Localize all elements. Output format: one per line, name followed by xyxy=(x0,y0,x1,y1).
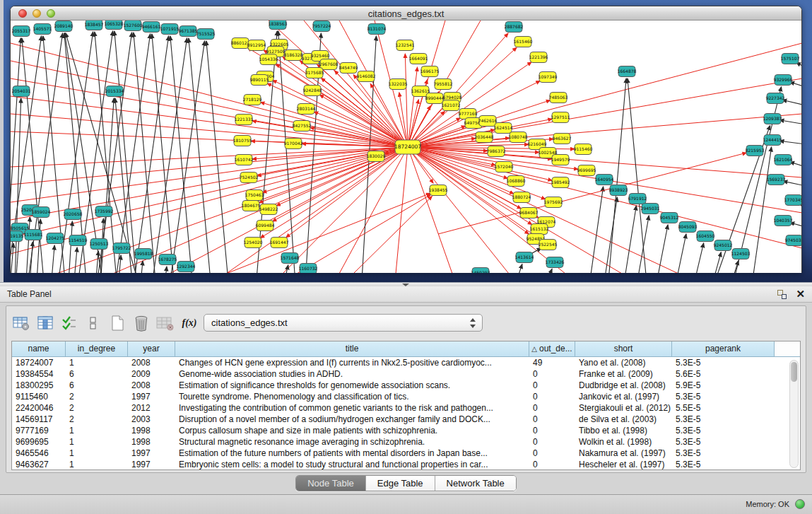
network-node[interactable]: 3175685 xyxy=(305,68,324,78)
network-node[interactable]: 1610742 xyxy=(235,155,254,165)
network-node[interactable]: 1068860 xyxy=(507,176,526,187)
select-all-check-icon[interactable] xyxy=(59,313,80,333)
table-column-select-icon[interactable] xyxy=(35,313,56,333)
network-node[interactable]: 8045093 xyxy=(678,222,698,233)
network-node[interactable]: 9227342 xyxy=(766,93,785,104)
network-node[interactable]: 2718129 xyxy=(243,95,262,105)
network-canvas[interactable]: 2055317140557120891401838457106532815276… xyxy=(11,21,801,273)
network-node[interactable]: 1322035 xyxy=(389,79,408,90)
network-node[interactable]: 1115681 xyxy=(24,230,43,240)
network-node[interactable]: 1405571 xyxy=(33,24,52,35)
network-node[interactable]: 1838457 xyxy=(85,21,104,30)
table-row[interactable]: 911546021997Tourette syndrome. Phenomeno… xyxy=(12,391,800,402)
network-node[interactable]: 1604550 xyxy=(696,231,715,242)
network-node[interactable]: 9684067 xyxy=(519,208,539,218)
network-node[interactable]: 9671385 xyxy=(179,26,198,37)
network-node[interactable]: 9699695 xyxy=(577,165,596,176)
network-window-titlebar[interactable]: citations_edges.txt xyxy=(11,6,801,21)
column-header-in_degree[interactable]: in_degree xyxy=(66,341,128,357)
network-node[interactable]: 7485063 xyxy=(549,93,568,103)
network-node[interactable]: 1678275 xyxy=(158,255,177,265)
network-node[interactable]: 1810755 xyxy=(233,136,252,146)
network-node[interactable]: 1232541 xyxy=(396,40,415,51)
network-node[interactable]: 8427552 xyxy=(293,121,312,132)
network-node[interactable]: 2887682 xyxy=(505,22,524,33)
table-scrollbar[interactable] xyxy=(789,360,799,468)
citation-network-graph[interactable]: 2055317140557120891401838457106532815276… xyxy=(11,21,801,273)
function-builder-icon[interactable]: f(x) xyxy=(179,313,200,333)
network-node[interactable]: 1080748 xyxy=(509,132,528,143)
network-node[interactable]: 2015334 xyxy=(105,86,124,97)
column-header-year[interactable]: year xyxy=(128,341,175,357)
network-hub-node[interactable]: 18724007 xyxy=(394,140,421,154)
network-node[interactable]: 1880724 xyxy=(512,192,531,203)
network-node[interactable]: 1859024 xyxy=(32,207,51,218)
network-node[interactable]: 1040357 xyxy=(774,216,793,226)
network-node[interactable]: 1691447 xyxy=(270,238,289,248)
network-node[interactable]: 2020658 xyxy=(64,209,83,220)
network-node[interactable]: 1160732 xyxy=(299,264,318,274)
network-node[interactable]: 1254020 xyxy=(244,238,263,248)
network-node[interactable]: 1664878 xyxy=(618,66,637,77)
network-node[interactable]: 2054031 xyxy=(12,86,31,97)
network-node[interactable]: 1071915 xyxy=(160,24,180,35)
network-node[interactable]: 1621072 xyxy=(442,100,461,111)
table-row[interactable]: 946362711997Embryonic stem cells: a mode… xyxy=(12,459,800,470)
network-node[interactable]: 9463627 xyxy=(553,134,572,144)
network-node[interactable]: 9242848 xyxy=(303,86,322,96)
network-node[interactable]: 9745038 xyxy=(785,235,801,246)
network-node[interactable]: 9890115 xyxy=(250,75,269,86)
network-node[interactable]: 8186328 xyxy=(284,50,303,61)
network-node[interactable]: 9329966 xyxy=(774,75,793,86)
network-node[interactable]: 2036448 xyxy=(475,132,494,143)
column-header-name[interactable]: name xyxy=(12,341,66,357)
table-select-dropdown[interactable]: citations_edges.txt xyxy=(204,314,483,332)
network-node[interactable]: 9245012 xyxy=(714,240,733,251)
network-node[interactable]: 1450293 xyxy=(471,268,490,274)
network-node[interactable]: 8938923 xyxy=(609,185,628,196)
network-node[interactable]: 1735992 xyxy=(95,206,114,217)
table-row[interactable]: 969969511998Structural magnetic resonanc… xyxy=(12,436,800,448)
network-node[interactable]: 1065328 xyxy=(105,21,124,30)
network-node[interactable]: 1838563 xyxy=(269,21,288,30)
network-node[interactable]: 1615132 xyxy=(530,224,549,235)
network-node[interactable]: 1696175 xyxy=(420,66,440,77)
table-row[interactable]: 1938455462009Genome-wide association stu… xyxy=(12,368,800,380)
network-node[interactable]: 1571648 xyxy=(281,253,300,264)
table-row[interactable]: 977716911998Corpus callosum shape and si… xyxy=(12,425,800,436)
network-node[interactable]: 1733426 xyxy=(546,257,565,268)
network-node[interactable]: 1985492 xyxy=(551,177,570,188)
network-node[interactable]: 1949579 xyxy=(551,155,570,165)
network-node[interactable]: 1830029 xyxy=(367,151,386,162)
network-node[interactable]: 6791912 xyxy=(628,194,647,204)
network-node[interactable]: 1204275 xyxy=(46,233,65,244)
network-node[interactable]: 5498222 xyxy=(259,204,278,215)
network-node[interactable]: 7524502 xyxy=(240,173,259,183)
network-node[interactable]: 8215953 xyxy=(746,146,765,156)
new-table-icon[interactable] xyxy=(107,313,128,333)
table-row[interactable]: 1830029562008Estimation of significance … xyxy=(12,380,800,391)
network-node[interactable]: 1124503 xyxy=(731,249,751,259)
table-row[interactable]: 2242004622012Investigating the contribut… xyxy=(12,402,800,414)
table-settings-icon[interactable] xyxy=(11,313,32,333)
network-node[interactable]: 1575107 xyxy=(781,54,800,64)
network-node[interactable]: 7957224 xyxy=(312,21,331,32)
network-node[interactable]: 1621064 xyxy=(774,155,793,165)
network-node[interactable]: 1615460 xyxy=(514,37,533,47)
network-node[interactable]: 1097349 xyxy=(539,72,558,83)
network-node[interactable]: 1569237 xyxy=(767,175,786,185)
delete-entries-icon[interactable] xyxy=(131,313,152,333)
rows-icon[interactable] xyxy=(83,313,104,333)
network-node[interactable]: 1664091 xyxy=(409,54,428,64)
float-panel-icon[interactable] xyxy=(777,290,787,299)
network-node[interactable]: 9466161 xyxy=(142,22,161,33)
network-node[interactable]: 1154519 xyxy=(69,235,88,246)
network-node[interactable]: 7986372 xyxy=(487,146,506,157)
network-node[interactable]: 2089140 xyxy=(54,21,73,32)
network-node[interactable]: 3919135 xyxy=(11,231,24,242)
network-node[interactable]: 1221396 xyxy=(529,52,548,63)
table-row[interactable]: 1872400712008Changes of HCN gene express… xyxy=(12,357,800,368)
network-node[interactable]: 2803144 xyxy=(297,104,316,115)
column-header-short[interactable]: short xyxy=(575,341,672,357)
column-header-title[interactable]: title xyxy=(175,341,529,357)
